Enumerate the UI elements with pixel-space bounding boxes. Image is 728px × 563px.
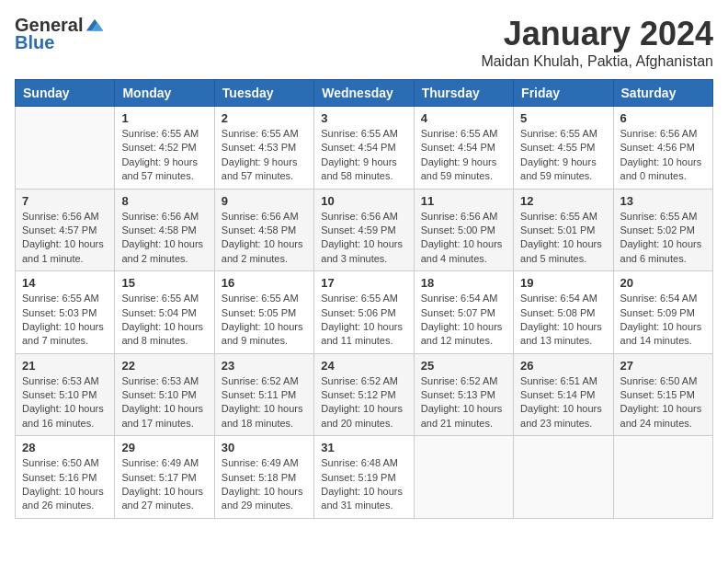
calendar-cell: 12Sunrise: 6:55 AMSunset: 5:01 PMDayligh… xyxy=(514,189,613,271)
calendar-cell: 30Sunrise: 6:49 AMSunset: 5:18 PMDayligh… xyxy=(214,436,313,519)
day-info: Sunrise: 6:56 AMSunset: 4:58 PMDaylight:… xyxy=(121,210,207,267)
logo: General Blue xyxy=(15,15,105,53)
day-info: Sunrise: 6:54 AMSunset: 5:08 PMDaylight:… xyxy=(520,292,606,349)
calendar-cell: 29Sunrise: 6:49 AMSunset: 5:17 PMDayligh… xyxy=(115,436,214,519)
calendar-cell: 5Sunrise: 6:55 AMSunset: 4:55 PMDaylight… xyxy=(514,107,613,190)
calendar-header-friday: Friday xyxy=(514,80,613,107)
calendar-cell: 15Sunrise: 6:55 AMSunset: 5:04 PMDayligh… xyxy=(115,271,214,354)
day-number: 24 xyxy=(321,359,406,373)
day-number: 28 xyxy=(22,441,108,454)
day-number: 10 xyxy=(321,194,406,208)
day-info: Sunrise: 6:54 AMSunset: 5:09 PMDaylight:… xyxy=(620,292,706,349)
day-number: 15 xyxy=(121,276,207,290)
calendar-cell: 17Sunrise: 6:55 AMSunset: 5:06 PMDayligh… xyxy=(314,271,414,354)
calendar-cell: 20Sunrise: 6:54 AMSunset: 5:09 PMDayligh… xyxy=(613,271,712,354)
calendar-cell: 27Sunrise: 6:50 AMSunset: 5:15 PMDayligh… xyxy=(613,353,712,436)
day-info: Sunrise: 6:53 AMSunset: 5:10 PMDaylight:… xyxy=(22,374,108,431)
day-number: 26 xyxy=(520,359,606,373)
day-info: Sunrise: 6:53 AMSunset: 5:10 PMDaylight:… xyxy=(121,374,207,431)
calendar-cell: 13Sunrise: 6:55 AMSunset: 5:02 PMDayligh… xyxy=(613,189,712,271)
day-info: Sunrise: 6:50 AMSunset: 5:15 PMDaylight:… xyxy=(620,374,706,431)
day-info: Sunrise: 6:55 AMSunset: 5:01 PMDaylight:… xyxy=(520,210,606,267)
day-info: Sunrise: 6:55 AMSunset: 4:54 PMDaylight:… xyxy=(421,127,506,184)
day-info: Sunrise: 6:55 AMSunset: 5:03 PMDaylight:… xyxy=(22,292,108,349)
calendar-cell xyxy=(414,436,513,519)
day-number: 22 xyxy=(121,359,207,373)
calendar-cell: 11Sunrise: 6:56 AMSunset: 5:00 PMDayligh… xyxy=(414,189,513,271)
calendar-week-row: 21Sunrise: 6:53 AMSunset: 5:10 PMDayligh… xyxy=(16,353,713,436)
calendar-cell: 6Sunrise: 6:56 AMSunset: 4:56 PMDaylight… xyxy=(613,107,712,190)
day-number: 17 xyxy=(321,276,406,290)
day-number: 14 xyxy=(22,276,108,290)
day-number: 8 xyxy=(121,194,207,208)
calendar-cell: 9Sunrise: 6:56 AMSunset: 4:58 PMDaylight… xyxy=(214,189,313,271)
day-info: Sunrise: 6:56 AMSunset: 4:57 PMDaylight:… xyxy=(22,210,108,267)
calendar-cell: 2Sunrise: 6:55 AMSunset: 4:53 PMDaylight… xyxy=(214,107,313,190)
calendar-header-row: SundayMondayTuesdayWednesdayThursdayFrid… xyxy=(16,80,713,107)
calendar-table: SundayMondayTuesdayWednesdayThursdayFrid… xyxy=(15,79,713,519)
day-info: Sunrise: 6:55 AMSunset: 4:54 PMDaylight:… xyxy=(321,127,406,184)
day-info: Sunrise: 6:55 AMSunset: 4:52 PMDaylight:… xyxy=(121,127,207,184)
day-number: 25 xyxy=(421,359,506,373)
calendar-cell: 28Sunrise: 6:50 AMSunset: 5:16 PMDayligh… xyxy=(16,436,115,519)
day-info: Sunrise: 6:50 AMSunset: 5:16 PMDaylight:… xyxy=(22,456,108,513)
calendar-cell: 8Sunrise: 6:56 AMSunset: 4:58 PMDaylight… xyxy=(115,189,214,271)
calendar-cell xyxy=(613,436,712,519)
day-number: 6 xyxy=(620,111,706,125)
calendar-cell: 4Sunrise: 6:55 AMSunset: 4:54 PMDaylight… xyxy=(414,107,513,190)
calendar-cell: 3Sunrise: 6:55 AMSunset: 4:54 PMDaylight… xyxy=(314,107,414,190)
day-info: Sunrise: 6:56 AMSunset: 4:58 PMDaylight:… xyxy=(222,210,307,267)
day-number: 16 xyxy=(222,276,307,290)
day-info: Sunrise: 6:48 AMSunset: 5:19 PMDaylight:… xyxy=(321,456,406,513)
calendar-header-thursday: Thursday xyxy=(414,80,513,107)
day-number: 11 xyxy=(421,194,506,208)
calendar-cell xyxy=(16,107,115,190)
day-number: 2 xyxy=(222,111,307,125)
day-info: Sunrise: 6:55 AMSunset: 5:05 PMDaylight:… xyxy=(222,292,307,349)
day-info: Sunrise: 6:56 AMSunset: 5:00 PMDaylight:… xyxy=(421,210,506,267)
day-number: 19 xyxy=(520,276,606,290)
day-info: Sunrise: 6:55 AMSunset: 4:55 PMDaylight:… xyxy=(520,127,606,184)
day-number: 18 xyxy=(421,276,506,290)
day-info: Sunrise: 6:56 AMSunset: 4:59 PMDaylight:… xyxy=(321,210,406,267)
calendar-header-wednesday: Wednesday xyxy=(314,80,414,107)
month-title: January 2024 xyxy=(481,15,713,53)
day-info: Sunrise: 6:52 AMSunset: 5:13 PMDaylight:… xyxy=(421,374,506,431)
location-title: Maidan Khulah, Paktia, Afghanistan xyxy=(481,53,713,70)
day-info: Sunrise: 6:51 AMSunset: 5:14 PMDaylight:… xyxy=(520,374,606,431)
day-info: Sunrise: 6:52 AMSunset: 5:12 PMDaylight:… xyxy=(321,374,406,431)
calendar-cell xyxy=(514,436,613,519)
day-info: Sunrise: 6:55 AMSunset: 5:04 PMDaylight:… xyxy=(121,292,207,349)
calendar-week-row: 14Sunrise: 6:55 AMSunset: 5:03 PMDayligh… xyxy=(16,271,713,354)
calendar-cell: 21Sunrise: 6:53 AMSunset: 5:10 PMDayligh… xyxy=(16,353,115,436)
calendar-week-row: 28Sunrise: 6:50 AMSunset: 5:16 PMDayligh… xyxy=(16,436,713,519)
day-info: Sunrise: 6:49 AMSunset: 5:18 PMDaylight:… xyxy=(222,456,307,513)
calendar-header-sunday: Sunday xyxy=(16,80,115,107)
day-number: 1 xyxy=(121,111,207,125)
day-number: 12 xyxy=(520,194,606,208)
day-number: 9 xyxy=(222,194,307,208)
calendar-cell: 1Sunrise: 6:55 AMSunset: 4:52 PMDaylight… xyxy=(115,107,214,190)
calendar-header-saturday: Saturday xyxy=(613,80,712,107)
day-number: 4 xyxy=(421,111,506,125)
day-info: Sunrise: 6:49 AMSunset: 5:17 PMDaylight:… xyxy=(121,456,207,513)
calendar-cell: 19Sunrise: 6:54 AMSunset: 5:08 PMDayligh… xyxy=(514,271,613,354)
day-number: 27 xyxy=(620,359,706,373)
day-number: 7 xyxy=(22,194,108,208)
calendar-cell: 23Sunrise: 6:52 AMSunset: 5:11 PMDayligh… xyxy=(214,353,313,436)
day-info: Sunrise: 6:52 AMSunset: 5:11 PMDaylight:… xyxy=(222,374,307,431)
calendar-cell: 25Sunrise: 6:52 AMSunset: 5:13 PMDayligh… xyxy=(414,353,513,436)
day-number: 23 xyxy=(222,359,307,373)
calendar-cell: 16Sunrise: 6:55 AMSunset: 5:05 PMDayligh… xyxy=(214,271,313,354)
calendar-header-monday: Monday xyxy=(115,80,214,107)
day-info: Sunrise: 6:54 AMSunset: 5:07 PMDaylight:… xyxy=(421,292,506,349)
title-section: January 2024 Maidan Khulah, Paktia, Afgh… xyxy=(481,15,713,70)
page-header: General Blue January 2024 Maidan Khulah,… xyxy=(15,15,713,70)
day-number: 31 xyxy=(321,441,406,454)
logo-blue: Blue xyxy=(15,32,54,53)
logo-icon xyxy=(85,16,105,36)
calendar-cell: 7Sunrise: 6:56 AMSunset: 4:57 PMDaylight… xyxy=(16,189,115,271)
calendar-cell: 31Sunrise: 6:48 AMSunset: 5:19 PMDayligh… xyxy=(314,436,414,519)
day-info: Sunrise: 6:55 AMSunset: 4:53 PMDaylight:… xyxy=(222,127,307,184)
calendar-cell: 14Sunrise: 6:55 AMSunset: 5:03 PMDayligh… xyxy=(16,271,115,354)
